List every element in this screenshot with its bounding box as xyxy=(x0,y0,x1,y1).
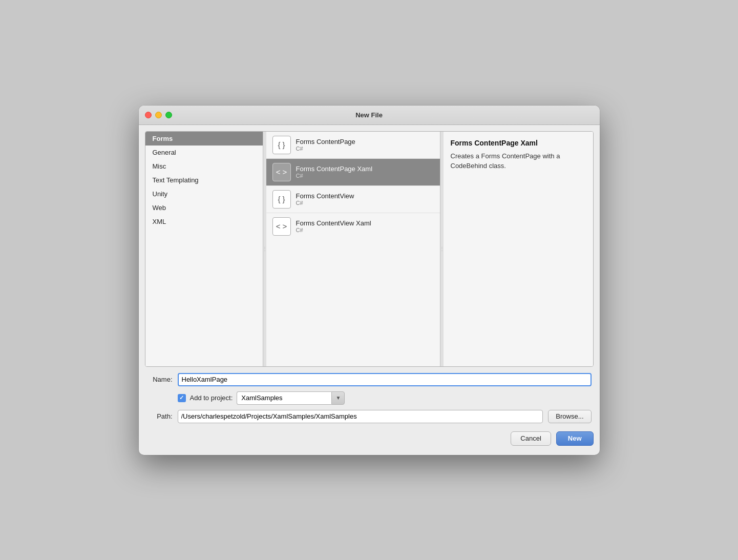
curly-brace-icon: { } xyxy=(272,136,291,154)
traffic-lights xyxy=(145,112,172,118)
template-name-3: Forms ContentView Xaml xyxy=(296,219,371,227)
button-row: Cancel New xyxy=(145,429,594,449)
browse-button[interactable]: Browse... xyxy=(548,410,591,423)
sidebar-item-web[interactable]: Web xyxy=(145,201,263,215)
sidebar-item-unity[interactable]: Unity xyxy=(145,187,263,201)
cancel-button[interactable]: Cancel xyxy=(511,431,551,446)
template-name: Forms ContentPage xyxy=(296,138,355,146)
sidebar-item-misc[interactable]: Misc xyxy=(145,159,263,173)
template-info: Forms ContentPage C# xyxy=(296,138,355,152)
new-button[interactable]: New xyxy=(556,431,594,446)
path-label: Path: xyxy=(147,412,173,420)
add-to-project-label: Add to project: xyxy=(190,394,233,402)
name-input[interactable] xyxy=(178,373,592,386)
template-language: C# xyxy=(296,146,355,152)
project-select[interactable] xyxy=(237,391,331,405)
dialog-title: New File xyxy=(355,111,383,119)
add-to-project-row: Add to project: ▼ xyxy=(178,391,345,405)
angle-bracket-icon: < > xyxy=(272,163,291,181)
template-language-selected: C# xyxy=(296,173,373,179)
content-area: Forms General Misc Text Templating Unity… xyxy=(139,125,600,455)
add-to-project-checkbox[interactable] xyxy=(178,394,186,402)
template-panel: { } Forms ContentPage C# < > Forms Conte… xyxy=(266,132,440,366)
titlebar: New File xyxy=(139,106,600,125)
project-row: Add to project: ▼ xyxy=(147,391,592,405)
template-language-2: C# xyxy=(296,200,354,206)
description-panel: Forms ContentPage Xaml Creates a Forms C… xyxy=(444,132,593,366)
project-select-wrap: ▼ xyxy=(237,391,345,405)
project-dropdown-arrow[interactable]: ▼ xyxy=(331,391,345,405)
minimize-button[interactable] xyxy=(155,112,162,118)
template-forms-contentpage[interactable]: { } Forms ContentPage C# xyxy=(266,132,440,159)
category-panel: Forms General Misc Text Templating Unity… xyxy=(145,132,263,366)
name-row: Name: xyxy=(147,373,592,386)
template-language-3: C# xyxy=(296,227,371,233)
template-name-selected: Forms ContentPage Xaml xyxy=(296,165,373,173)
path-row: Path: Browse... xyxy=(147,410,592,423)
angle-bracket-icon-2: < > xyxy=(272,217,291,236)
template-info-2: Forms ContentView C# xyxy=(296,192,354,206)
name-label: Name: xyxy=(147,376,173,383)
description-title: Forms ContentPage Xaml xyxy=(451,139,586,147)
template-info-3: Forms ContentView Xaml C# xyxy=(296,219,371,233)
sidebar-item-forms[interactable]: Forms xyxy=(145,132,263,146)
new-file-dialog: New File Forms General Misc Text Templat… xyxy=(139,106,600,455)
sidebar-item-xml[interactable]: XML xyxy=(145,215,263,229)
template-forms-contentview[interactable]: { } Forms ContentView C# xyxy=(266,186,440,213)
close-button[interactable] xyxy=(145,112,152,118)
template-forms-contentview-xaml[interactable]: < > Forms ContentView Xaml C# xyxy=(266,213,440,240)
form-section: Name: Add to project: ▼ Path: xyxy=(145,373,594,423)
panels-row: Forms General Misc Text Templating Unity… xyxy=(145,131,594,367)
template-info-selected: Forms ContentPage Xaml C# xyxy=(296,165,373,179)
sidebar-item-text-templating[interactable]: Text Templating xyxy=(145,173,263,187)
maximize-button[interactable] xyxy=(165,112,172,118)
template-forms-contentpage-xaml[interactable]: < > Forms ContentPage Xaml C# xyxy=(266,159,440,186)
description-body: Creates a Forms ContentPage with a CodeB… xyxy=(451,151,586,171)
sidebar-item-general[interactable]: General xyxy=(145,146,263,159)
path-input[interactable] xyxy=(178,410,543,423)
curly-brace-icon-2: { } xyxy=(272,190,291,209)
template-name-2: Forms ContentView xyxy=(296,192,354,200)
